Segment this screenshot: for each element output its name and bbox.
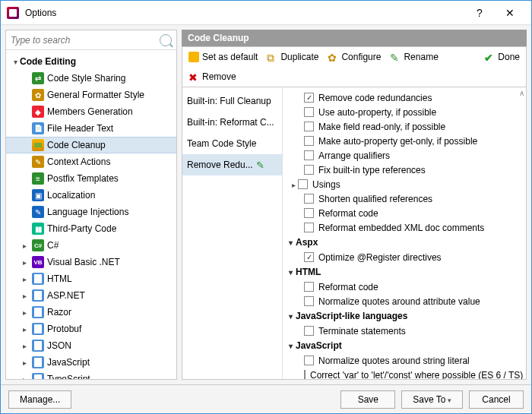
members-icon	[32, 106, 44, 118]
html-icon	[32, 273, 44, 285]
search-input[interactable]	[11, 35, 160, 46]
option-group-aspx[interactable]: Aspx	[289, 235, 520, 250]
set-default-button[interactable]: Set as default	[188, 52, 258, 62]
checkbox[interactable]	[304, 326, 314, 336]
duplicate-button[interactable]: Duplicate	[267, 52, 318, 62]
duplicate-icon	[267, 52, 277, 62]
aspnet-icon	[32, 289, 44, 302]
checkbox[interactable]	[298, 179, 308, 189]
checkbox[interactable]	[304, 356, 314, 365]
option-row[interactable]: Correct 'var' to 'let'/'const' where pos…	[289, 368, 520, 379]
tree-item[interactable]: Members Generation	[6, 103, 176, 120]
tree-item[interactable]: Third-Party Code	[6, 220, 176, 237]
option-row[interactable]: Shorten qualified references	[289, 191, 520, 206]
share-icon	[32, 72, 44, 84]
brush-icon	[188, 52, 199, 62]
checkbox[interactable]	[304, 165, 314, 175]
option-group-js-like[interactable]: JavaScript-like languages	[289, 308, 520, 324]
checkbox[interactable]	[304, 282, 314, 292]
checkbox[interactable]	[304, 223, 314, 232]
checkbox[interactable]	[304, 107, 314, 117]
checkbox[interactable]	[304, 150, 314, 160]
app-icon	[7, 7, 19, 19]
option-row[interactable]: Fix built-in type references	[289, 163, 520, 177]
option-row[interactable]: Normalize quotes around string literal	[289, 353, 520, 368]
tree-node-vb[interactable]: Visual Basic .NET	[6, 254, 176, 270]
manage-button[interactable]: Manage...	[8, 390, 71, 409]
option-row[interactable]: Arrange qualifiers	[289, 148, 520, 163]
tree-node-aspnet[interactable]: ASP.NET	[6, 287, 176, 304]
tree-item-code-cleanup[interactable]: Code Cleanup	[6, 137, 176, 153]
option-group-js[interactable]: JavaScript	[289, 338, 520, 353]
option-row[interactable]: Normalize quotes around attribute value	[289, 294, 520, 308]
checkbox-checked[interactable]	[304, 252, 314, 262]
rename-button[interactable]: Rename	[390, 52, 438, 62]
option-row-expandable[interactable]: Usings	[289, 177, 520, 191]
profile-item-selected[interactable]: Remove Redu...✎	[182, 154, 282, 175]
profile-item[interactable]: Built-in: Reformat C...	[182, 112, 282, 133]
tree-item[interactable]: General Formatter Style	[6, 87, 176, 103]
remove-icon	[188, 71, 199, 82]
options-tree[interactable]: Code Editing Code Style Sharing General …	[6, 50, 176, 379]
tree-node-javascript[interactable]: JavaScript	[6, 354, 176, 371]
profile-item[interactable]: Built-in: Full Cleanup	[182, 90, 282, 112]
profile-item[interactable]: Team Code Style	[182, 133, 282, 154]
tree-item[interactable]: Code Style Sharing	[6, 70, 176, 87]
save-to-button[interactable]: Save To	[401, 390, 463, 409]
option-row[interactable]: Reformat code	[289, 206, 520, 220]
js-icon	[32, 356, 44, 368]
checkbox[interactable]	[304, 296, 314, 306]
help-button[interactable]: ?	[464, 1, 495, 24]
cancel-button[interactable]: Cancel	[469, 390, 524, 409]
option-row[interactable]: Reformat code	[289, 280, 520, 294]
right-panel: Code Cleanup Set as default Duplicate Co…	[182, 30, 527, 380]
tree-node-typescript[interactable]: TypeScript	[6, 371, 176, 379]
close-button[interactable]: ✕	[495, 1, 525, 24]
tree-node-html[interactable]: HTML	[6, 270, 176, 287]
gear-icon	[328, 52, 338, 62]
option-row[interactable]: Reformat embedded XML doc comments	[289, 220, 520, 235]
tree-node-razor[interactable]: Razor	[6, 304, 176, 321]
tree-item[interactable]: File Header Text	[6, 120, 176, 137]
left-panel: Code Editing Code Style Sharing General …	[5, 30, 177, 380]
checkbox[interactable]	[304, 208, 314, 218]
brush-icon	[32, 139, 44, 151]
tree-node-code-editing[interactable]: Code Editing	[6, 53, 176, 70]
checkbox[interactable]	[304, 194, 314, 204]
cleanup-options[interactable]: ∧ Remove code redundancies Use auto-prop…	[283, 87, 526, 379]
option-row[interactable]: Optimize @Register directives	[289, 250, 520, 264]
tree-node-protobuf[interactable]: Protobuf	[6, 321, 176, 337]
option-row[interactable]: Use auto-property, if possible	[289, 105, 520, 119]
razor-icon	[32, 306, 44, 318]
remove-button[interactable]: Remove	[188, 71, 520, 82]
option-row[interactable]: Make field read-only, if possible	[289, 119, 520, 134]
option-row[interactable]: Remove code redundancies	[289, 90, 520, 105]
option-row[interactable]: Terminate statements	[289, 324, 520, 338]
check-icon	[484, 52, 495, 62]
option-row[interactable]: Make auto-property get-only, if possible	[289, 134, 520, 148]
chevron-right-icon[interactable]	[289, 179, 298, 190]
footer-bar: Manage... Save Save To Cancel	[1, 384, 531, 413]
pencil-icon: ✎	[256, 160, 264, 171]
protobuf-icon	[32, 323, 44, 335]
json-icon	[32, 340, 44, 352]
tree-item[interactable]: Postfix Templates	[6, 170, 176, 187]
checkbox[interactable]	[304, 122, 314, 131]
search-box[interactable]	[6, 30, 176, 50]
done-button[interactable]: Done	[484, 52, 520, 62]
csharp-icon	[32, 239, 44, 251]
option-group-html[interactable]: HTML	[289, 264, 520, 280]
tree-item[interactable]: Context Actions	[6, 153, 176, 170]
profiles-list[interactable]: Built-in: Full Cleanup Built-in: Reforma…	[182, 87, 283, 379]
tree-item[interactable]: Language Injections	[6, 204, 176, 220]
save-button[interactable]: Save	[340, 390, 395, 409]
configure-button[interactable]: Configure	[328, 52, 381, 62]
scroll-up-icon[interactable]: ∧	[519, 89, 524, 97]
checkbox-checked[interactable]	[304, 93, 314, 103]
checkbox[interactable]	[304, 136, 314, 146]
window-title: Options	[25, 8, 464, 18]
checkbox[interactable]	[304, 370, 306, 379]
tree-node-csharp[interactable]: C#	[6, 237, 176, 254]
tree-node-json[interactable]: JSON	[6, 337, 176, 354]
tree-item[interactable]: Localization	[6, 187, 176, 204]
